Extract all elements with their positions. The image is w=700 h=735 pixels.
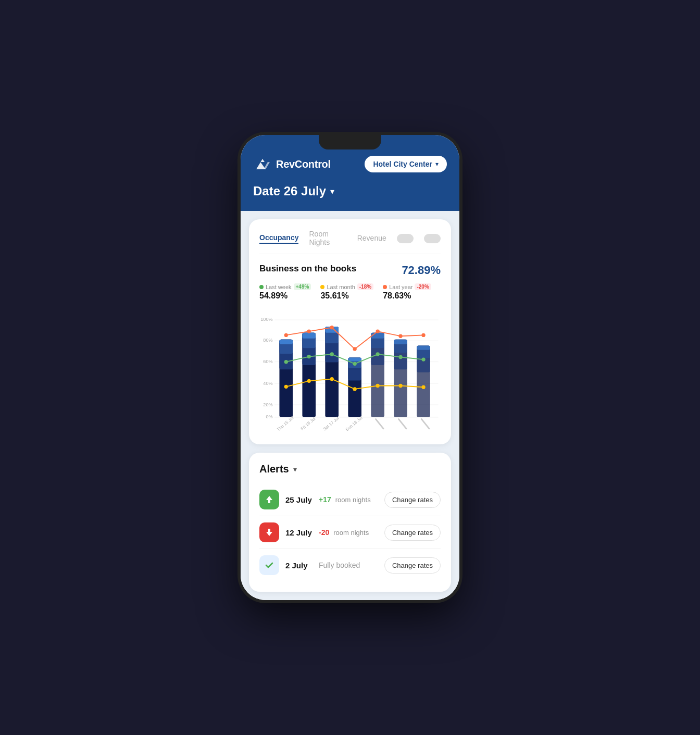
dot-orange: [383, 285, 387, 289]
svg-point-57: [307, 379, 311, 383]
change-rates-btn-1[interactable]: Change rates: [384, 525, 441, 541]
alert-desc-2: Fully booked: [319, 561, 360, 569]
logo: RevControl: [253, 155, 331, 173]
svg-point-42: [284, 333, 288, 337]
date-label: Date 26 July: [253, 184, 326, 198]
chart-card: Occupancy Room Nights Revenue Business o…: [249, 219, 451, 444]
comparison-last-month: Last month -18% 35.61%: [320, 283, 373, 301]
svg-point-46: [376, 329, 379, 333]
svg-point-53: [376, 352, 379, 356]
svg-text:60%: 60%: [263, 359, 272, 364]
alert-desc-0: room nights: [335, 496, 371, 504]
alert-desc-1: room nights: [333, 529, 369, 537]
chart-svg: 100% 80% 60% 40% 20% 0%: [259, 309, 441, 434]
hotel-selector[interactable]: Hotel City Center ▾: [365, 156, 447, 172]
phone-frame: RevControl Hotel City Center ▾ Date 26 J…: [241, 135, 459, 600]
svg-text:0%: 0%: [266, 414, 272, 419]
svg-point-61: [398, 384, 402, 388]
comparison-label-year: Last year: [389, 284, 413, 290]
alert-date-1: 12 July: [285, 528, 315, 537]
svg-rect-33: [371, 333, 384, 339]
alerts-card: Alerts ▾ 25 July +17 room nights Change …: [249, 453, 451, 592]
alert-item-0: 25 July +17 room nights Change rates: [259, 483, 441, 516]
alert-item-1: 12 July -20 room nights Change rates: [259, 516, 441, 549]
tab-occupancy[interactable]: Occupancy: [259, 233, 298, 244]
alert-info-2: 2 July Fully booked: [285, 561, 378, 570]
hotel-selector-chevron: ▾: [435, 160, 439, 168]
svg-text:40%: 40%: [263, 381, 272, 386]
svg-text:100%: 100%: [260, 317, 272, 322]
metric-title: Business on the books: [259, 264, 356, 274]
svg-text:Thu 15 Jul: Thu 15 Jul: [276, 416, 294, 432]
tab-room-nights[interactable]: Room Nights: [309, 230, 346, 247]
svg-text:Sat 17 Jul: Sat 17 Jul: [322, 416, 340, 432]
svg-point-50: [307, 355, 311, 358]
svg-line-68: [398, 419, 406, 429]
svg-point-47: [398, 334, 402, 338]
alert-icon-down: [259, 522, 279, 542]
metric-value: 72.89%: [402, 264, 441, 277]
comparison-value-week: 54.89%: [259, 291, 311, 301]
dot-yellow: [320, 285, 324, 289]
badge-year: -20%: [415, 283, 431, 290]
alert-icon-check: [259, 555, 279, 575]
svg-point-59: [353, 387, 356, 391]
svg-point-45: [353, 347, 356, 351]
svg-point-62: [421, 385, 425, 389]
comparison-value-month: 35.61%: [320, 291, 373, 301]
alert-info-1: 12 July -20 room nights: [285, 528, 378, 537]
svg-point-43: [307, 329, 311, 333]
svg-marker-0: [256, 159, 266, 169]
comparison-last-year: Last year -20% 78.63%: [383, 283, 431, 301]
alerts-chevron[interactable]: ▾: [293, 465, 297, 474]
main-content: Occupancy Room Nights Revenue Business o…: [241, 211, 459, 600]
arrow-down-icon: [264, 527, 274, 538]
phone-notch: [319, 135, 381, 150]
svg-point-52: [353, 362, 356, 366]
change-rates-btn-0[interactable]: Change rates: [384, 492, 441, 508]
svg-point-44: [330, 326, 334, 329]
svg-rect-17: [279, 340, 293, 344]
alert-date-0: 25 July: [285, 495, 315, 504]
dot-green: [259, 285, 264, 289]
svg-rect-29: [348, 357, 361, 361]
alert-info-0: 25 July +17 room nights: [285, 495, 378, 504]
comparison-label-month: Last month: [327, 284, 355, 290]
tab-toggle-2[interactable]: [424, 234, 441, 243]
svg-point-48: [421, 333, 425, 337]
svg-rect-21: [302, 333, 316, 339]
svg-text:20%: 20%: [263, 402, 272, 407]
tab-toggle-1[interactable]: [397, 234, 414, 243]
date-selector[interactable]: Date 26 July ▾: [253, 184, 447, 198]
hotel-name: Hotel City Center: [373, 160, 432, 168]
alert-date-2: 2 July: [285, 561, 315, 570]
comparisons: Last week +49% 54.89% Last month -18% 35…: [259, 283, 441, 301]
svg-rect-41: [417, 346, 430, 350]
header-top: RevControl Hotel City Center ▾: [253, 155, 447, 173]
alerts-header: Alerts ▾: [259, 463, 441, 475]
comparison-last-week: Last week +49% 54.89%: [259, 283, 311, 301]
svg-line-67: [376, 419, 383, 429]
tabs-row: Occupancy Room Nights Revenue: [259, 230, 441, 254]
svg-point-54: [398, 355, 402, 359]
arrow-up-icon: [264, 494, 274, 505]
svg-point-56: [284, 385, 288, 389]
alert-change-1: -20: [319, 528, 329, 537]
svg-point-60: [376, 384, 379, 388]
svg-text:80%: 80%: [263, 338, 272, 343]
change-rates-btn-2[interactable]: Change rates: [384, 557, 441, 574]
alert-icon-up: [259, 490, 279, 509]
svg-point-58: [330, 377, 334, 381]
logo-icon: [253, 155, 272, 173]
logo-text: RevControl: [276, 158, 331, 170]
badge-week: +49%: [294, 283, 311, 290]
svg-rect-37: [394, 340, 407, 344]
badge-month: -18%: [357, 283, 373, 290]
svg-point-49: [284, 360, 288, 364]
svg-point-51: [330, 352, 334, 356]
tab-revenue[interactable]: Revenue: [357, 234, 386, 243]
svg-text:Fri 16 Jul: Fri 16 Jul: [300, 416, 317, 431]
comparison-value-year: 78.63%: [383, 291, 431, 301]
svg-point-55: [421, 357, 425, 361]
comparison-label-week: Last week: [266, 284, 292, 290]
